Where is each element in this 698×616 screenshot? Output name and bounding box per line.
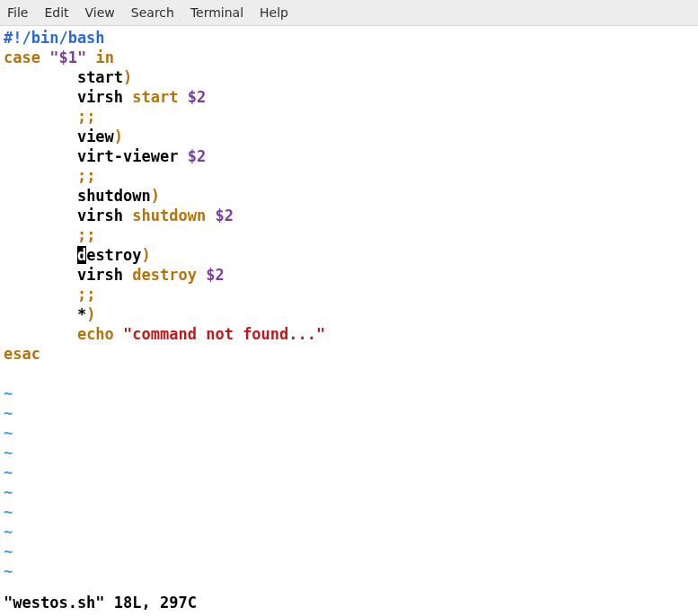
indent: [4, 88, 77, 106]
indent: [4, 266, 77, 284]
status-line: "westos.sh" 18L, 297C: [0, 593, 698, 616]
string-notfound: "command not found...": [123, 325, 325, 343]
cmd-shutdown: shutdown: [132, 207, 206, 224]
cmd-virsh: virsh: [77, 207, 132, 224]
cmd-start: start: [132, 88, 178, 106]
dsemi: ;;: [77, 167, 95, 185]
dsemi: ;;: [77, 108, 95, 126]
arg2: $2: [178, 147, 206, 165]
indent: [4, 286, 77, 304]
tilde-line: ~: [4, 463, 13, 481]
case-keyword: case: [4, 48, 40, 66]
indent: [4, 207, 77, 224]
menu-file[interactable]: File: [7, 5, 28, 20]
cmd-virtviewer: virt-viewer: [77, 147, 179, 165]
in-keyword: in: [95, 48, 113, 66]
cmd-virsh: virsh: [77, 88, 132, 106]
cmd-destroy: destroy: [132, 266, 197, 284]
editor-area[interactable]: #!/bin/bash case "$1" in start) virsh st…: [0, 26, 698, 593]
shebang-line: #!/bin/bash: [4, 29, 105, 47]
arg2: $2: [179, 88, 207, 106]
indent: [4, 246, 77, 264]
tilde-line: ~: [4, 483, 13, 501]
indent: [4, 108, 77, 126]
cursor: d: [77, 246, 86, 264]
menubar: File Edit View Search Terminal Help: [0, 0, 698, 26]
arg1: "$1": [49, 48, 86, 66]
tilde-line: ~: [4, 444, 13, 462]
indent: [4, 68, 77, 86]
paren: ): [114, 128, 123, 145]
menu-terminal[interactable]: Terminal: [190, 5, 243, 20]
dsemi: ;;: [77, 286, 95, 304]
paren: ): [142, 246, 151, 264]
tilde-line: ~: [4, 404, 13, 422]
arg2: $2: [206, 207, 234, 224]
esac-keyword: esac: [4, 345, 40, 363]
indent: [4, 147, 77, 165]
menu-view[interactable]: View: [85, 5, 115, 20]
dsemi: ;;: [77, 226, 95, 244]
indent: [4, 128, 77, 145]
label-star: *: [77, 305, 86, 323]
indent: [4, 226, 77, 244]
label-start: start: [77, 68, 123, 86]
paren: ): [123, 68, 132, 86]
menu-search[interactable]: Search: [131, 5, 174, 20]
tilde-line: ~: [4, 384, 13, 402]
tilde-line: ~: [4, 503, 13, 521]
indent: [4, 305, 77, 323]
paren: ): [151, 187, 160, 205]
cmd-echo: echo: [77, 325, 123, 343]
tilde-line: ~: [4, 562, 13, 580]
menu-help[interactable]: Help: [260, 5, 288, 20]
tilde-line: ~: [4, 424, 13, 442]
indent: [4, 325, 77, 343]
paren: ): [86, 305, 95, 323]
label-shutdown: shutdown: [77, 187, 151, 205]
label-destroy-rest: estroy: [86, 246, 141, 264]
label-view: view: [77, 128, 114, 145]
cmd-virsh: virsh: [77, 266, 132, 284]
tilde-line: ~: [4, 542, 13, 560]
indent: [4, 187, 77, 205]
menu-edit[interactable]: Edit: [44, 5, 68, 20]
arg2: $2: [197, 266, 225, 284]
tilde-line: ~: [4, 523, 13, 541]
indent: [4, 167, 77, 185]
